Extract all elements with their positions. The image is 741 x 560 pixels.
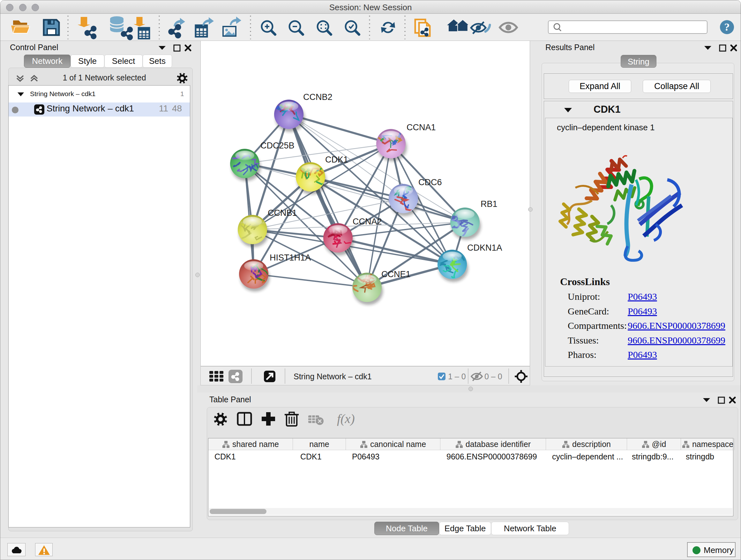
svg-text:?: ? xyxy=(724,21,730,33)
svg-text:CDC6: CDC6 xyxy=(418,178,442,187)
svg-text:CDKN1A: CDKN1A xyxy=(467,243,502,253)
svg-text:CCNA1: CCNA1 xyxy=(407,123,436,132)
svg-text:CCNB1: CCNB1 xyxy=(268,208,297,218)
svg-text:String Network – cdk1: String Network – cdk1 xyxy=(293,372,372,381)
svg-text:CDK1: CDK1 xyxy=(325,155,348,165)
svg-text:CCNB2: CCNB2 xyxy=(303,92,333,102)
svg-text:f(x): f(x) xyxy=(337,412,355,426)
svg-text:HIST1H1A: HIST1H1A xyxy=(270,253,311,262)
svg-text:CCNE1: CCNE1 xyxy=(381,269,411,279)
svg-text:CDC25B: CDC25B xyxy=(260,141,294,150)
svg-text:0 – 0: 0 – 0 xyxy=(484,372,502,381)
svg-text:CCNA2: CCNA2 xyxy=(353,217,382,226)
svg-text:1 – 0: 1 – 0 xyxy=(448,372,466,381)
svg-text:RB1: RB1 xyxy=(481,199,497,209)
